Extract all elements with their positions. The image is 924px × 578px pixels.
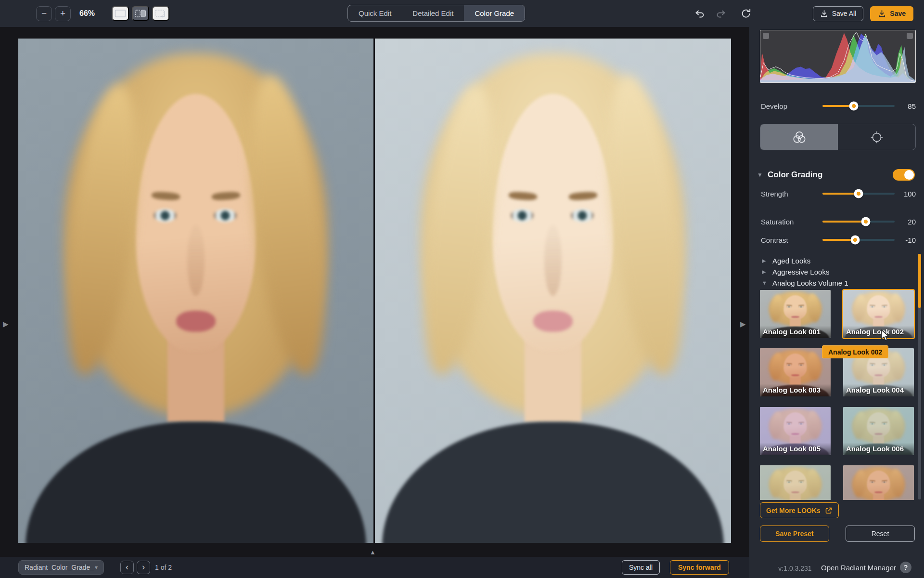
redo-button[interactable] xyxy=(714,6,728,21)
group-label: Analog Looks Volume 1 xyxy=(772,279,848,287)
expand-left-panel-arrow[interactable]: ▶ xyxy=(3,320,9,328)
download-icon xyxy=(878,10,886,18)
get-more-looks-button[interactable]: Get More LOOKs xyxy=(760,502,839,518)
develop-slider-row: Develop 85 xyxy=(761,101,916,111)
contrast-slider[interactable] xyxy=(822,239,895,241)
sync-forward-button[interactable]: Sync forward xyxy=(670,560,729,575)
redo-icon xyxy=(715,8,727,19)
zoom-in-button[interactable]: + xyxy=(55,6,71,21)
look-thumbnail-003[interactable]: Analog Look 003 xyxy=(760,348,831,396)
sync-forward-label: Sync forward xyxy=(678,564,721,571)
before-image[interactable] xyxy=(18,39,373,543)
looks-scrollbar-thumb[interactable] xyxy=(918,254,921,308)
page-indicator: 1 of 2 xyxy=(155,564,172,571)
slider-thumb[interactable] xyxy=(861,217,871,226)
develop-value: 85 xyxy=(895,102,916,110)
looks-grid: Analog Look 001 Analog Look 002 Analog L… xyxy=(749,287,924,500)
contrast-slider-row: Contrast -10 xyxy=(761,235,916,245)
portrait-after xyxy=(375,39,731,543)
bottom-bar: Radiant_Color_Grade_ ▾ ‹ › 1 of 2 Sync a… xyxy=(0,557,749,578)
toggle-view-button[interactable] xyxy=(152,6,169,21)
rgb-circles-icon xyxy=(791,130,808,144)
expand-triangle-icon[interactable]: ▶ xyxy=(762,269,768,275)
group-label: Aggressive Looks xyxy=(772,268,829,276)
contrast-value: -10 xyxy=(895,236,916,244)
previous-image-button[interactable]: ‹ xyxy=(120,561,134,574)
save-button[interactable]: Save xyxy=(870,6,913,21)
open-radiant-manager-link[interactable]: Open Radiant Manager xyxy=(821,564,896,572)
color-grading-title: Color Grading xyxy=(768,170,822,180)
saturation-slider-row: Saturation 20 xyxy=(761,217,916,226)
file-name: Radiant_Color_Grade_ xyxy=(25,564,94,571)
saturation-value: 20 xyxy=(895,218,916,226)
look-tooltip-text: Analog Look 002 xyxy=(828,348,882,356)
sync-all-button[interactable]: Sync all xyxy=(622,560,660,575)
strength-slider[interactable] xyxy=(822,193,895,195)
tab-quick-edit[interactable]: Quick Edit xyxy=(348,5,402,21)
refresh-icon xyxy=(740,7,752,20)
reset-image-button[interactable] xyxy=(739,6,753,21)
look-thumbnail-007[interactable] xyxy=(760,465,831,500)
expand-triangle-icon[interactable]: ▼ xyxy=(762,280,768,286)
strength-label: Strength xyxy=(761,190,822,198)
look-label: Analog Look 001 xyxy=(760,326,831,338)
group-aggressive-looks[interactable]: ▶ Aggressive Looks xyxy=(762,266,906,277)
saturation-label: Saturation xyxy=(761,218,822,226)
look-thumbnail-008[interactable] xyxy=(843,465,914,500)
targeted-adjust-mode-tab[interactable] xyxy=(838,124,915,150)
save-label: Save xyxy=(890,10,906,17)
split-view-icon xyxy=(135,9,146,18)
file-name-dropdown[interactable]: Radiant_Color_Grade_ ▾ xyxy=(18,560,104,575)
undo-button[interactable] xyxy=(693,6,707,21)
look-thumbnail-005[interactable]: Analog Look 005 xyxy=(760,407,831,455)
single-view-icon xyxy=(115,9,126,18)
group-analog-looks-volume-1[interactable]: ▼ Analog Looks Volume 1 xyxy=(762,277,906,288)
tab-color-grade[interactable]: Color Grade xyxy=(464,5,525,21)
tab-detailed-edit[interactable]: Detailed Edit xyxy=(402,5,464,21)
adjustments-panel: Develop 85 ▼ Color xyxy=(749,27,924,578)
crosshair-icon xyxy=(870,130,884,144)
portrait-before xyxy=(18,39,373,543)
zoom-level: 66% xyxy=(79,9,95,18)
top-toolbar: − + 66% xyxy=(0,0,924,27)
reset-button[interactable]: Reset xyxy=(846,525,915,542)
look-thumbnail-006[interactable]: Analog Look 006 xyxy=(843,407,914,455)
next-image-button[interactable]: › xyxy=(137,561,150,574)
slider-thumb[interactable] xyxy=(849,102,858,111)
color-grade-mode-tab[interactable] xyxy=(760,124,838,150)
download-icon xyxy=(820,10,828,18)
toggle-view-icon xyxy=(154,9,167,18)
undo-icon xyxy=(694,8,706,19)
collapse-right-panel-arrow[interactable]: ▶ xyxy=(740,320,746,328)
split-view-button[interactable] xyxy=(132,6,149,21)
external-link-icon xyxy=(825,507,833,514)
look-label: Analog Look 004 xyxy=(843,384,914,396)
slider-thumb[interactable] xyxy=(854,189,863,198)
filmstrip-toggle-arrow[interactable]: ▲ xyxy=(370,549,376,556)
look-thumbnail-001[interactable]: Analog Look 001 xyxy=(760,290,831,338)
group-aged-looks[interactable]: ▶ Aged Looks xyxy=(762,255,906,266)
develop-slider[interactable] xyxy=(822,105,895,107)
zoom-out-button[interactable]: − xyxy=(36,6,52,21)
collapse-triangle-icon[interactable]: ▼ xyxy=(757,171,768,178)
shadow-clipping-indicator[interactable] xyxy=(763,33,769,39)
single-view-button[interactable] xyxy=(112,6,129,21)
looks-scrollbar[interactable] xyxy=(918,254,921,499)
after-image[interactable] xyxy=(375,39,731,543)
highlight-clipping-indicator[interactable] xyxy=(907,33,913,39)
strength-value: 100 xyxy=(895,190,916,198)
color-grading-toggle[interactable] xyxy=(893,169,915,181)
slider-thumb[interactable] xyxy=(850,236,860,245)
histogram[interactable] xyxy=(760,30,916,83)
expand-triangle-icon[interactable]: ▶ xyxy=(762,258,768,264)
help-icon[interactable]: ? xyxy=(900,562,911,573)
save-preset-button[interactable]: Save Preset xyxy=(760,525,829,542)
mouse-cursor xyxy=(880,329,890,341)
edit-mode-tabs: Quick Edit Detailed Edit Color Grade xyxy=(347,5,525,22)
saturation-slider[interactable] xyxy=(822,221,895,223)
caret-down-icon: ▾ xyxy=(95,564,98,571)
save-all-button[interactable]: Save All xyxy=(813,6,864,21)
color-grading-header[interactable]: ▼ Color Grading xyxy=(757,169,917,181)
look-label: Analog Look 003 xyxy=(760,384,831,396)
look-thumbnail-002[interactable]: Analog Look 002 xyxy=(843,290,914,338)
